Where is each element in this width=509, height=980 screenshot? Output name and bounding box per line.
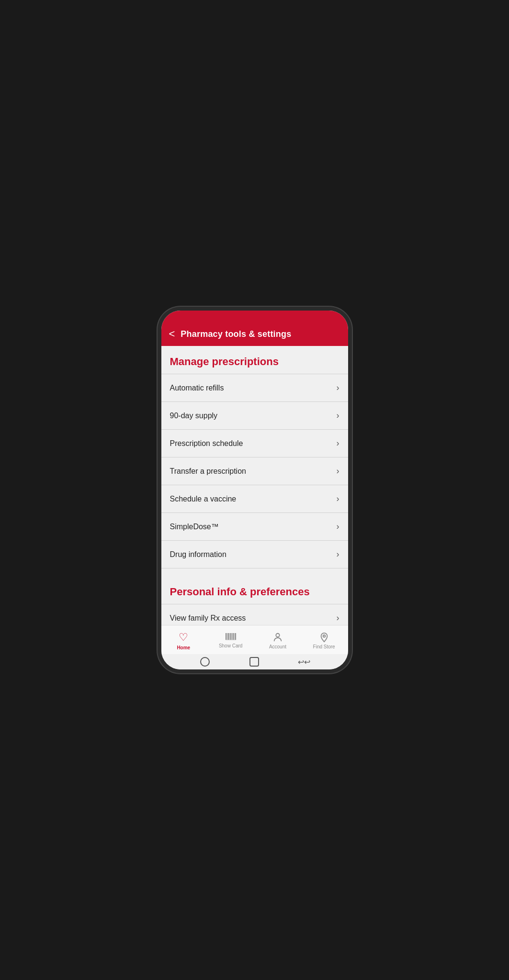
menu-item-label-drug-information: Drug information: [170, 550, 226, 559]
svg-rect-5: [232, 633, 232, 640]
chevron-right-icon-drug-information: ›: [337, 549, 339, 559]
svg-rect-3: [229, 633, 230, 640]
phone-frame: < Pharmacy tools & settings Manage presc…: [161, 311, 348, 669]
chevron-right-icon-schedule-vaccine: ›: [337, 494, 339, 504]
chevron-right-icon-transfer-prescription: ›: [337, 466, 339, 476]
main-content: Manage prescriptions Automatic refills ›…: [161, 346, 348, 625]
svg-rect-0: [226, 633, 226, 640]
menu-item-label-schedule-vaccine: Schedule a vaccine: [170, 495, 237, 503]
svg-rect-4: [230, 633, 231, 640]
nav-item-find-store[interactable]: Find Store: [308, 630, 340, 651]
chevron-right-icon-prescription-schedule: ›: [337, 438, 339, 448]
svg-point-11: [323, 635, 325, 637]
menu-item-90-day-supply[interactable]: 90-day supply ›: [161, 402, 348, 430]
recents-button[interactable]: [249, 657, 259, 667]
menu-item-label-family-rx-access: View family Rx access: [170, 614, 246, 623]
svg-rect-7: [234, 633, 235, 640]
chevron-right-icon-simpledose: ›: [337, 522, 339, 532]
svg-point-10: [276, 634, 279, 637]
nav-item-show-card[interactable]: Show Card: [214, 631, 247, 650]
menu-item-drug-information[interactable]: Drug information ›: [161, 541, 348, 568]
menu-item-label-prescription-schedule: Prescription schedule: [170, 439, 243, 448]
back-button[interactable]: <: [169, 329, 175, 339]
svg-rect-8: [235, 633, 236, 640]
nav-item-account[interactable]: Account: [263, 630, 292, 651]
menu-item-label-90-day-supply: 90-day supply: [170, 412, 218, 420]
bottom-nav: ♡ Home Show Card Account: [161, 625, 348, 654]
location-pin-icon: [319, 632, 329, 643]
menu-item-simpledose[interactable]: SimpleDose™ ›: [161, 513, 348, 541]
menu-item-schedule-vaccine[interactable]: Schedule a vaccine ›: [161, 485, 348, 513]
menu-item-label-simpledose: SimpleDose™: [170, 523, 219, 531]
chevron-right-icon-90-day-supply: ›: [337, 411, 339, 421]
section-title-manage-prescriptions: Manage prescriptions: [161, 346, 348, 374]
menu-item-label-automatic-refills: Automatic refills: [170, 384, 224, 392]
svg-rect-2: [228, 633, 229, 640]
chevron-right-icon-family-rx-access: ›: [337, 613, 339, 623]
svg-rect-6: [233, 633, 234, 640]
section-title-personal-info: Personal info & preferences: [161, 576, 348, 604]
system-nav-bar: ↩: [161, 654, 348, 669]
chevron-right-icon-automatic-refills: ›: [337, 383, 339, 393]
menu-item-label-transfer-prescription: Transfer a prescription: [170, 467, 246, 476]
manage-prescriptions-list: Automatic refills › 90-day supply › Pres…: [161, 374, 348, 568]
barcode-icon: [226, 633, 236, 642]
menu-item-prescription-schedule[interactable]: Prescription schedule ›: [161, 430, 348, 457]
menu-item-automatic-refills[interactable]: Automatic refills ›: [161, 374, 348, 402]
nav-label-account: Account: [269, 644, 286, 649]
status-bar: [161, 311, 348, 324]
svg-rect-9: [226, 640, 236, 640]
home-indicator[interactable]: [200, 657, 210, 667]
nav-label-home: Home: [177, 645, 190, 650]
svg-rect-1: [227, 633, 227, 640]
section-gap: [161, 568, 348, 576]
nav-label-find-store: Find Store: [313, 644, 335, 649]
back-system-button[interactable]: ↩: [299, 657, 309, 667]
nav-item-home[interactable]: ♡ Home: [169, 629, 198, 652]
person-icon: [272, 632, 283, 643]
menu-item-transfer-prescription[interactable]: Transfer a prescription ›: [161, 457, 348, 485]
page-title: Pharmacy tools & settings: [181, 329, 291, 339]
heart-icon: ♡: [179, 631, 188, 644]
page-header: < Pharmacy tools & settings: [161, 324, 348, 346]
nav-label-show-card: Show Card: [219, 643, 242, 648]
menu-item-family-rx-access[interactable]: View family Rx access ›: [161, 604, 348, 625]
personal-info-list: View family Rx access › Messaging & aler…: [161, 604, 348, 625]
